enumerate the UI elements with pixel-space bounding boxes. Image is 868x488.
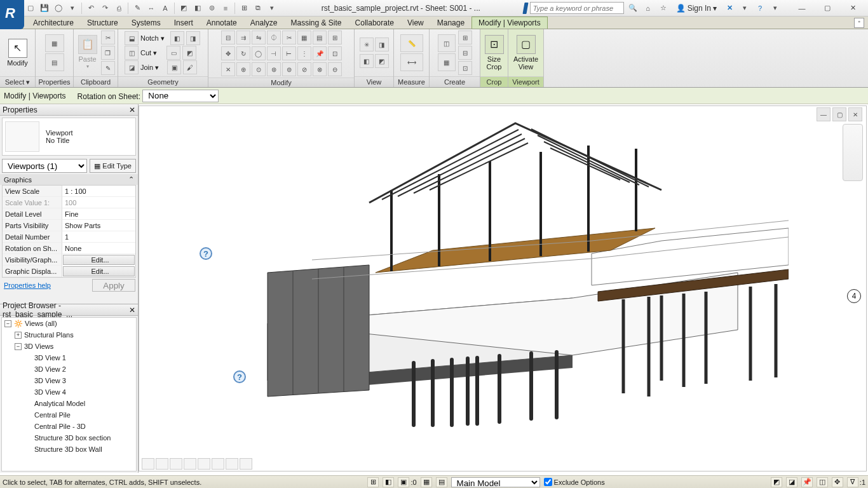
tree-item[interactable]: 3D View 4 (34, 388, 66, 396)
props-group-label[interactable]: Graphics (4, 176, 32, 184)
thin-lines-icon[interactable]: ≡ (219, 2, 232, 15)
select-count-icon[interactable]: ▣ (398, 477, 409, 487)
ribbon-tab-massing-site[interactable]: Massing & Site (285, 17, 349, 29)
shadows-icon[interactable] (198, 458, 210, 470)
tree-item[interactable]: 3D Views (24, 342, 53, 350)
ribbon-tab-structure[interactable]: Structure (81, 17, 125, 29)
ex7-icon[interactable]: ⊖ (328, 62, 342, 76)
tree-item[interactable]: Structure 3D box section (34, 434, 111, 442)
split-icon[interactable]: ✂ (282, 30, 296, 44)
signin-button[interactable]: 👤Sign In▾ (672, 4, 721, 13)
section-icon[interactable]: ◧ (191, 2, 204, 15)
rotation-select[interactable]: None (142, 90, 219, 102)
close-button[interactable]: ✕ (840, 1, 865, 15)
copy-icon[interactable]: ❐ (101, 46, 115, 60)
save-icon[interactable]: 💾 (38, 2, 51, 15)
join-button[interactable]: ◪Join ▾ ▣🖌 (122, 61, 200, 74)
beam-join-icon[interactable]: ▣ (167, 60, 181, 74)
comm-icon[interactable]: ⌂ (642, 2, 654, 15)
info-bubble-icon[interactable]: ? (200, 247, 212, 260)
mirror-axis-icon[interactable]: ⇋ (252, 30, 266, 44)
ribbon-expand-icon[interactable]: ▫ (854, 18, 864, 28)
project-browser-tree[interactable]: −🔆 Views (all)+Structural Plans−3D Views… (1, 317, 137, 471)
search-input[interactable] (530, 2, 624, 14)
array-icon[interactable]: ▦ (297, 30, 311, 44)
mirror-draw-icon[interactable]: ⏀ (267, 30, 281, 44)
filter-icon[interactable]: ∇ (847, 477, 858, 487)
ex3-icon[interactable]: ⊛ (267, 62, 281, 76)
text-icon[interactable]: A (159, 2, 172, 15)
chevron-up-icon[interactable]: ⌃ (128, 175, 134, 184)
close-hidden-icon[interactable]: ⊞ (238, 2, 250, 15)
delete-icon[interactable]: ✕ (221, 62, 235, 76)
notch-button[interactable]: ⬓Notch ▾ ◧◨ (122, 32, 203, 45)
app-logo[interactable] (0, 0, 24, 29)
print-icon[interactable]: ⎙ (112, 2, 125, 15)
tree-item[interactable]: Central Pile (34, 411, 71, 419)
sel-face-icon[interactable]: ◫ (817, 477, 828, 487)
undo-icon[interactable]: ↶ (85, 2, 97, 15)
copy-mod-icon[interactable]: ◯ (252, 46, 266, 60)
detail-icon[interactable] (156, 458, 168, 470)
type-preview[interactable]: ViewportNo Title (2, 118, 136, 156)
trim-ext2-icon[interactable]: ⊢ (282, 46, 296, 60)
edit-type-button[interactable]: ▦ Edit Type (90, 159, 136, 173)
mdi-max-icon[interactable]: ▢ (832, 107, 846, 121)
split-face-icon[interactable]: ◩ (182, 46, 196, 60)
scale-icon[interactable] (142, 458, 154, 470)
qat-dropdown-icon[interactable]: ▾ (266, 2, 278, 15)
wall-open-icon[interactable]: ▭ (166, 46, 180, 60)
instance-selector[interactable]: Viewports (1) (2, 159, 87, 173)
worksets-icon[interactable]: ⊞ (367, 477, 379, 487)
assembly-icon[interactable]: ⊟ (458, 46, 472, 60)
ex1-icon[interactable]: ⊕ (236, 62, 250, 76)
redo-icon[interactable]: ↷ (98, 2, 111, 15)
navigation-bar[interactable] (843, 124, 863, 181)
hide-icon[interactable] (226, 458, 238, 470)
design-options-icon[interactable]: ▦ (421, 477, 432, 487)
dimension-button[interactable]: ⟷ (400, 53, 423, 71)
ribbon-tab-analyze[interactable]: Analyze (244, 17, 285, 29)
level-bubble[interactable]: 4 (847, 289, 861, 303)
dropdown-icon[interactable]: ▾ (769, 2, 782, 15)
sync-icon[interactable]: ◯ (52, 2, 65, 15)
create-similar-icon[interactable]: ◫ (438, 34, 456, 52)
minimize-button[interactable]: — (789, 1, 815, 15)
modify-tool-button[interactable]: ↖Modify (4, 32, 31, 74)
callout-icon[interactable]: ⊜ (205, 2, 218, 15)
tree-item[interactable]: 3D View 3 (34, 377, 66, 384)
v2-icon[interactable]: ◨ (375, 37, 389, 51)
parts-icon[interactable]: ⊡ (458, 61, 472, 75)
3d-icon[interactable]: ◩ (177, 2, 190, 15)
prop-value[interactable]: None (62, 243, 135, 254)
drawing-canvas[interactable]: — ▢ ✕ 4 ? ? (139, 105, 867, 471)
tree-item[interactable]: 🔆 Views (all) (14, 320, 57, 328)
prop-edit-button[interactable]: Edit... (63, 255, 135, 265)
tree-item[interactable]: Structure 3D box Wall (34, 445, 102, 453)
crop-icon[interactable] (212, 458, 224, 470)
expand-icon[interactable]: + (15, 332, 22, 339)
cut-icon[interactable]: ✂ (101, 30, 115, 44)
design-options2-icon[interactable]: ▤ (436, 477, 447, 487)
properties-top-button[interactable]: ▦ (45, 34, 64, 52)
v4-icon[interactable]: ◩ (375, 54, 389, 68)
sel-underlay-icon[interactable]: ◪ (786, 477, 797, 487)
reveal-icon[interactable] (240, 458, 252, 470)
visual-style-icon[interactable] (170, 458, 182, 470)
dropdown-icon[interactable]: ▾ (66, 2, 79, 15)
tree-item[interactable]: 3D View 2 (34, 365, 66, 373)
ribbon-tab-systems[interactable]: Systems (125, 17, 168, 29)
v3-icon[interactable]: ◧ (360, 54, 374, 68)
prop-value[interactable]: 1 (62, 231, 135, 243)
ex6-icon[interactable]: ⊗ (313, 62, 327, 76)
exchange-icon[interactable]: ✕ (723, 2, 736, 15)
ex5-icon[interactable]: ⊘ (297, 62, 311, 76)
ribbon-tab-insert[interactable]: Insert (168, 17, 200, 29)
paste-button[interactable]: 📋Paste▾ (77, 32, 98, 74)
unpin-icon[interactable]: ⊡ (328, 46, 342, 60)
uncope-icon[interactable]: ◨ (186, 31, 200, 45)
split-gap-icon[interactable]: ⋮ (297, 46, 311, 60)
collapse-icon[interactable]: − (4, 320, 11, 327)
prop-value[interactable]: Show Parts (62, 220, 135, 231)
family-icon[interactable]: ▦ (438, 53, 456, 71)
